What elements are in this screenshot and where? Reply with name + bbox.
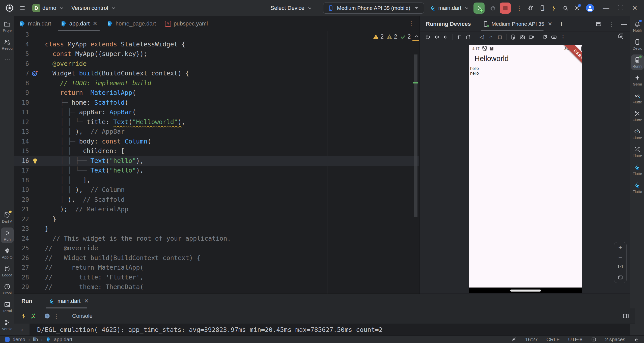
caret-position[interactable]: 16:27 <box>525 337 538 342</box>
split-panel-icon[interactable] <box>621 311 631 321</box>
sidebar-item-device-manager[interactable]: Devic <box>631 37 644 52</box>
emulator-screen[interactable]: 4:17 A 3G Helloworld hellohello DEBUG <box>469 45 582 288</box>
run-configuration-dropdown[interactable]: main.dart <box>430 5 470 11</box>
code-line[interactable]: 25// @override <box>14 243 419 253</box>
hot-reload-icon[interactable] <box>19 311 29 321</box>
panel-layout-icon[interactable] <box>595 21 602 27</box>
code-line[interactable]: 20 │ ), // Scaffold <box>14 195 419 205</box>
power-icon[interactable] <box>423 33 432 42</box>
panel-options-icon[interactable]: ⋮ <box>608 20 614 27</box>
file-writable-icon[interactable] <box>634 337 639 342</box>
debug-button[interactable] <box>490 5 496 11</box>
inspection-highlight-icon[interactable] <box>591 337 597 342</box>
tab-app-dart[interactable]: app.dart✕ <box>56 16 102 31</box>
sidebar-item-more[interactable] <box>1 54 14 65</box>
code-line[interactable]: 3 <box>14 31 419 40</box>
run-session-tab[interactable]: main.dart ✕ <box>47 294 90 308</box>
code-line[interactable]: 16 │ │ ├── Text("hello"), <box>14 156 419 166</box>
intention-bulb-icon[interactable] <box>31 157 39 165</box>
sidebar-item-app-quality-insights[interactable]: App Q <box>1 245 14 261</box>
more-options-icon[interactable]: ⋮ <box>558 34 568 40</box>
screen-record-icon[interactable] <box>527 33 536 42</box>
console-fold-gutter[interactable]: › <box>14 324 30 336</box>
code-line[interactable]: 21 ); // MaterialApp <box>14 205 419 214</box>
tab-options-icon[interactable]: ⋮ <box>408 20 414 27</box>
console-output[interactable]: › D/EGL_emulation( 4625): app_time_stats… <box>14 324 630 336</box>
line-ending[interactable]: CRLF <box>546 337 559 342</box>
profiler-icon[interactable] <box>527 5 534 11</box>
version-control-menu[interactable]: Version control <box>71 5 117 11</box>
run-button[interactable] <box>473 3 485 14</box>
overview-icon[interactable]: □ <box>495 34 505 40</box>
device-snapshot-search-icon[interactable] <box>618 33 624 39</box>
indent-setting[interactable]: 2 spaces <box>605 337 625 342</box>
inspections-widget[interactable]: 2 2 2 <box>373 33 419 40</box>
sidebar-item-problems[interactable]: Probl <box>1 281 14 297</box>
code-line[interactable]: 10 ├─ home: Scaffold( <box>14 98 419 108</box>
search-icon[interactable] <box>562 5 569 11</box>
hot-restart-icon[interactable] <box>29 311 38 321</box>
apply-changes-lightning-icon[interactable] <box>551 5 557 11</box>
hardware-input-icon[interactable] <box>549 33 558 42</box>
window-minimize-button[interactable]: — <box>603 4 609 12</box>
code-line[interactable]: 26// Widget build(BuildContext context) … <box>14 253 419 263</box>
breadcrumb-item[interactable]: lib <box>33 337 38 342</box>
close-run-tab-icon[interactable]: ✕ <box>84 298 89 304</box>
code-line[interactable]: 12 │ │ └─ title: Text("Helloworld"), <box>14 117 419 127</box>
tab-pubspec-yaml[interactable]: Ypubspec.yaml <box>160 16 212 31</box>
home-icon[interactable]: ○ <box>486 34 495 40</box>
code-line[interactable]: 27// return MaterialApp( <box>14 263 419 273</box>
sidebar-item-flutter-outline[interactable]: Flutte <box>631 162 644 177</box>
editor-scrollbar[interactable] <box>414 54 417 217</box>
screenshot-icon[interactable] <box>518 33 527 42</box>
code-line[interactable]: 18 │ │ ], <box>14 176 419 185</box>
restart-icon[interactable] <box>540 33 549 42</box>
sidebar-item-version-control[interactable]: Versio <box>1 317 14 332</box>
device-settings-icon[interactable] <box>509 33 518 42</box>
override-marker-icon[interactable] <box>31 69 39 77</box>
breadcrumb-item[interactable]: app.dart <box>54 337 72 342</box>
sidebar-item-flutter-deep-links[interactable]: Flutte <box>631 90 644 106</box>
prev-problem-chevron-icon[interactable] <box>413 34 419 40</box>
code-line[interactable]: 13 │ │ ), // AppBar <box>14 127 419 137</box>
code-line[interactable]: 6 @override <box>14 59 419 69</box>
breadcrumb-item[interactable]: demo <box>13 337 25 342</box>
settings-gear-icon[interactable] <box>574 5 580 11</box>
console-tab-label[interactable]: Console <box>72 313 93 319</box>
volume-up-icon[interactable] <box>432 33 441 42</box>
code-line[interactable]: 7 Widget build(BuildContext context) { <box>14 69 419 78</box>
code-editor[interactable]: 34class MyApp extends StatelessWidget {5… <box>14 31 419 294</box>
close-device-tab-icon[interactable]: ✕ <box>548 21 552 27</box>
sidebar-item-flutter-inspector[interactable]: Flutte <box>631 144 644 159</box>
user-avatar[interactable] <box>586 4 594 12</box>
zoom-fit-icon[interactable] <box>617 274 624 281</box>
code-line[interactable]: 5 const MyApp({super.key}); <box>14 49 419 59</box>
project-selector[interactable]: D demo <box>32 4 65 12</box>
sidebar-item-flutter-performance[interactable]: Flutte <box>631 180 644 195</box>
sidebar-item-run[interactable]: Run <box>1 227 14 243</box>
code-lines[interactable]: 34class MyApp extends StatelessWidget {5… <box>14 31 419 292</box>
sidebar-item-resource-manager[interactable]: Resou <box>1 37 14 52</box>
back-icon[interactable]: ◁ <box>477 34 486 40</box>
device-selector-dropdown[interactable]: Medium Phone API 35 (mobile) <box>323 3 424 14</box>
zoom-in-button[interactable]: + <box>618 244 622 250</box>
sidebar-item-dart-analysis[interactable]: Dart A <box>1 210 14 225</box>
tab-main-dart[interactable]: main.dart <box>14 16 56 31</box>
console-options-icon[interactable]: ⋮ <box>52 311 61 321</box>
close-tab-icon[interactable]: ✕ <box>93 20 97 27</box>
code-line[interactable]: 28// title: 'Flutter', <box>14 273 419 282</box>
volume-down-icon[interactable] <box>441 33 451 42</box>
stop-button[interactable] <box>500 3 511 14</box>
main-menu-icon[interactable] <box>19 5 26 11</box>
sidebar-item-gemini[interactable]: Gemi <box>631 72 644 88</box>
device-mirror-icon[interactable] <box>539 5 546 11</box>
sidebar-item-flutter-tools[interactable]: Flutte <box>631 108 644 124</box>
file-encoding[interactable]: UTF-8 <box>568 337 582 342</box>
code-line[interactable]: 29// theme: ThemeData( <box>14 282 419 292</box>
zoom-out-button[interactable]: − <box>618 254 622 260</box>
rotate-right-icon[interactable] <box>464 33 473 42</box>
code-line[interactable]: 8 // TODO: implement build <box>14 78 419 88</box>
sidebar-item-running-devices[interactable]: Runni <box>631 54 644 70</box>
code-line[interactable]: 15 │ │ children: [ <box>14 146 419 156</box>
code-line[interactable]: 22 } <box>14 214 419 224</box>
